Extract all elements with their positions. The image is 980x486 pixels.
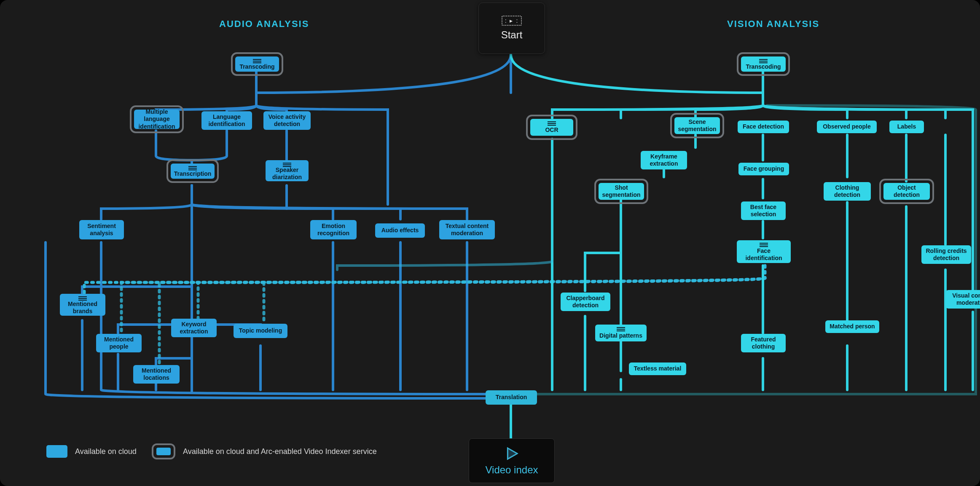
node-v-textless: Textless material	[629, 362, 686, 375]
legend-swatch-cloud	[46, 445, 67, 458]
node-a-mli: Multiple language identification	[134, 110, 180, 129]
node-a-li: Language identification	[201, 111, 252, 130]
node-v-featured: Featured clothing	[741, 334, 786, 352]
node-v-facedet: Face detection	[738, 121, 789, 133]
node-v-shot: Shot segmentation	[599, 183, 644, 200]
legend-swatch-arc	[152, 443, 175, 459]
play-icon	[504, 446, 520, 462]
edge-layer: .eb{fill:none;stroke:#2a84cc;stroke-widt…	[0, 0, 980, 486]
node-a-spk: Speaker diarization	[266, 160, 309, 181]
node-translation: Translation	[486, 390, 537, 405]
node-v-faceid: Face identification	[737, 240, 791, 263]
vision-header: VISION ANALYSIS	[727, 19, 819, 30]
node-v-digital: Digital patterns	[595, 325, 647, 341]
node-v-rolling: Rolling credits detection	[921, 245, 971, 264]
node-v-clap: Clapperboard detection	[561, 293, 610, 311]
legend-arc-label: Available on cloud and Arc-enabled Video…	[183, 447, 377, 456]
node-v-objdet: Object detection	[883, 183, 930, 200]
start-node: : ▸ : Start	[478, 3, 545, 54]
video-index-label: Video index	[486, 464, 538, 476]
node-a-sent: Sentiment analysis	[79, 220, 124, 239]
node-a-loc: Mentioned locations	[133, 365, 180, 384]
node-a-vad: Voice activity detection	[263, 111, 311, 130]
audio-header: AUDIO ANALYSIS	[219, 19, 309, 30]
node-a-brands: Mentioned brands	[60, 294, 105, 316]
node-v-keyframe: Keyframe extraction	[641, 151, 687, 169]
node-a-emo: Emotion recognition	[310, 220, 357, 239]
node-a-people: Mentioned people	[96, 334, 142, 352]
node-v-transcoding: Transcoding	[741, 56, 786, 72]
start-label: Start	[501, 29, 523, 41]
node-a-transcription: Transcription	[171, 164, 215, 179]
node-a-topic: Topic modeling	[234, 324, 287, 338]
node-a-afx: Audio effects	[375, 223, 425, 238]
node-v-bestface: Best face selection	[741, 201, 786, 220]
node-v-vcm: Visual content moderation	[946, 290, 980, 309]
node-v-clothdet: Clothing detection	[824, 182, 871, 201]
node-v-scene: Scene segmentation	[674, 117, 720, 134]
legend-cloud: Available on cloud	[46, 445, 137, 458]
node-v-facegrp: Face grouping	[738, 163, 789, 175]
media-seek-icon: : ▸ :	[502, 16, 522, 26]
node-a-kw: Keyword extraction	[171, 319, 217, 337]
legend-cloud-label: Available on cloud	[75, 447, 137, 456]
node-a-txtmod: Textual content moderation	[439, 220, 495, 239]
video-index-node: Video index	[469, 438, 555, 483]
node-v-obs: Observed people	[817, 121, 877, 133]
node-a-transcoding: Transcoding	[235, 56, 279, 72]
node-v-labels: Labels	[889, 121, 924, 133]
legend-arc: Available on cloud and Arc-enabled Video…	[152, 443, 377, 459]
node-v-matched: Matched person	[825, 320, 879, 333]
node-v-ocr: OCR	[530, 119, 573, 136]
